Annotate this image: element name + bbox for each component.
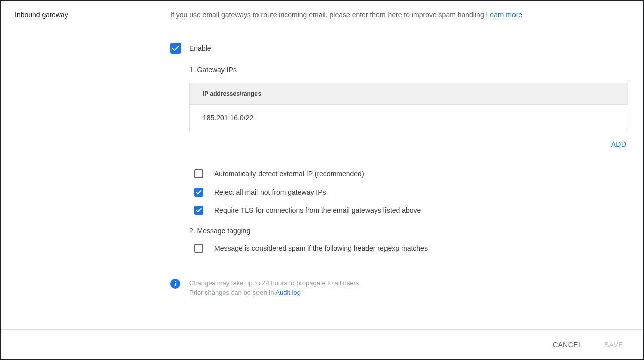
spam-header-label: Message is considered spam if the follow…: [214, 244, 428, 252]
ip-table-row[interactable]: 185.201.16.0/22: [190, 105, 628, 131]
gateway-options: Automatically detect external IP (recomm…: [189, 169, 629, 215]
info-line2-prefix: Prior changes can be seen in: [189, 289, 275, 296]
add-row: ADD: [189, 137, 628, 151]
page-title: Inbound gateway: [15, 11, 170, 19]
left-column: Inbound gateway: [15, 11, 170, 329]
gateway-ips-section: 1. Gateway IPs IP addresses/ranges 185.2…: [189, 66, 629, 151]
spam-header-checkbox[interactable]: [194, 244, 203, 253]
main-block: Enable 1. Gateway IPs IP addresses/range…: [170, 43, 629, 298]
footer: CANCEL SAVE: [1, 329, 643, 359]
learn-more-link[interactable]: Learn more: [486, 11, 523, 19]
content-area: Inbound gateway If you use email gateway…: [1, 1, 643, 329]
enable-label: Enable: [189, 44, 211, 52]
require-tls-row: Require TLS for connections from the ema…: [194, 206, 629, 215]
require-tls-label: Require TLS for connections from the ema…: [214, 206, 421, 214]
spam-header-row: Message is considered spam if the follow…: [194, 244, 629, 253]
ip-table: IP addresses/ranges 185.201.16.0/22: [189, 83, 628, 131]
info-text: Changes may take up to 24 hours to propa…: [189, 279, 361, 298]
info-block: i Changes may take up to 24 hours to pro…: [170, 279, 629, 298]
info-icon: i: [170, 279, 180, 289]
enable-checkbox[interactable]: [170, 43, 181, 54]
ip-table-header: IP addresses/ranges: [190, 83, 628, 105]
message-tagging-title: 2. Message tagging: [189, 227, 629, 235]
reject-mail-label: Reject all mail not from gateway IPs: [214, 188, 326, 196]
reject-mail-row: Reject all mail not from gateway IPs: [194, 188, 629, 197]
description-text: If you use email gateways to route incom…: [170, 11, 486, 19]
add-button[interactable]: ADD: [609, 137, 628, 151]
auto-detect-checkbox[interactable]: [194, 169, 203, 178]
reject-mail-checkbox[interactable]: [194, 188, 203, 197]
right-column: If you use email gateways to route incom…: [170, 11, 629, 329]
gateway-ips-title: 1. Gateway IPs: [189, 66, 629, 74]
cancel-button[interactable]: CANCEL: [551, 337, 584, 353]
enable-row: Enable: [170, 43, 629, 54]
auto-detect-label: Automatically detect external IP (recomm…: [214, 170, 364, 178]
info-line1: Changes may take up to 24 hours to propa…: [189, 279, 361, 287]
audit-log-link[interactable]: Audit log: [275, 289, 301, 296]
description: If you use email gateways to route incom…: [170, 11, 629, 19]
require-tls-checkbox[interactable]: [194, 206, 203, 215]
message-tagging-section: 2. Message tagging Message is considered…: [189, 227, 629, 253]
save-button[interactable]: SAVE: [602, 337, 625, 353]
auto-detect-row: Automatically detect external IP (recomm…: [194, 169, 629, 178]
inbound-gateway-panel: Inbound gateway If you use email gateway…: [0, 0, 644, 360]
